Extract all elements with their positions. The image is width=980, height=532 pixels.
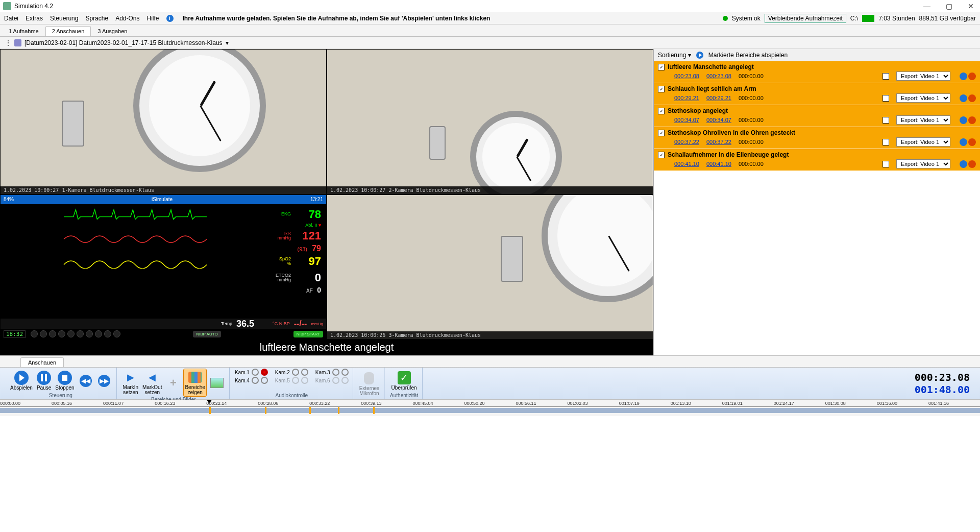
monitor-btn[interactable] [86,330,93,337]
marker-checkbox[interactable]: ✓ [658,86,665,92]
menu-addons[interactable]: Add-Ons [115,15,139,22]
monitor-btn[interactable] [31,330,38,337]
marker-export-checkbox[interactable] [883,161,889,167]
marker-checkbox[interactable]: ✓ [658,108,665,114]
breadcrumb-dropdown-icon[interactable]: ▾ [226,39,229,46]
monitor-btn[interactable] [113,330,120,337]
marker-play-icon[interactable] [960,160,967,168]
picture-button[interactable] [209,375,225,391]
menu-sprache[interactable]: Sprache [85,15,108,22]
monitor-btn[interactable] [95,330,102,337]
seek-back-button[interactable]: ◀◀ [78,373,94,389]
cam4-toggle[interactable]: Kam.4 [235,377,268,384]
marker-export-select[interactable]: Export: Video 1 [896,159,950,168]
marker-export-checkbox[interactable] [883,73,889,80]
cam1-toggle[interactable]: Kam.1 [235,369,268,376]
monitor-btn[interactable] [67,330,75,337]
marker-delete-icon[interactable] [968,138,976,146]
marker-delete-icon[interactable] [968,160,976,168]
timeline-marker[interactable] [209,407,211,414]
marker-item[interactable]: ✓ Stethoskop Ohroliven in die Ohren gest… [654,127,980,149]
marker-play-icon[interactable] [960,94,967,102]
marker-item[interactable]: ✓ Schallaufnehmer in die Ellenbeuge gele… [654,149,980,171]
marker-play-icon[interactable] [960,72,967,80]
cam6-toggle[interactable]: Kam.6 [315,377,349,384]
marker-export-checkbox[interactable] [883,139,889,146]
marker-start-time[interactable]: 000:23.08 [674,73,699,79]
timeline-marker[interactable] [265,407,266,414]
marker-start-time[interactable]: 000:41.10 [674,161,699,167]
markout-button[interactable]: ◀MarkOut setzen [141,369,163,396]
monitor-btn[interactable] [58,330,65,337]
marker-start-time[interactable]: 000:29.21 [674,95,699,101]
marker-end-time[interactable]: 000:34.07 [706,117,731,123]
verify-button[interactable]: ✓Überprüfen [390,370,418,392]
tab-anschauen[interactable]: 2 Anschauen [45,26,91,36]
cam5-toggle[interactable]: Kam.5 [275,377,308,384]
video-panel-4[interactable]: 1.02.2023 10:00:26 3-Kamera Blutdruckmes… [327,195,653,340]
marker-item[interactable]: ✓ Schlauch liegt seitlich am Arm 000:29.… [654,83,980,105]
marker-start-time[interactable]: 000:34.07 [674,117,699,123]
play-marked-icon[interactable] [696,52,703,59]
cam2-toggle[interactable]: Kam.2 [275,369,308,376]
stop-button[interactable]: Stoppen [54,370,75,392]
marker-end-time[interactable]: 000:41.10 [706,161,731,167]
pause-button[interactable]: Pause [36,370,52,392]
menu-datei[interactable]: Datei [4,15,18,22]
marker-play-icon[interactable] [960,138,967,146]
markin-button[interactable]: ▶MarkIn setzen [122,369,140,396]
timeline-marker[interactable] [373,407,375,414]
timeline[interactable]: 000:00.00000:05.16000:11.07000:16.23000:… [0,400,980,416]
add-button[interactable]: + [165,375,181,391]
video-panel-3-monitor[interactable]: 84% iSimulate 13:21 EKG 78 Abl. II ♥ RRm… [0,195,327,340]
marker-export-select[interactable]: Export: Video 1 [896,137,950,147]
monitor-btn[interactable] [104,330,111,337]
marker-end-time[interactable]: 000:23.08 [706,73,731,79]
marker-delete-icon[interactable] [968,94,976,102]
monitor-btn[interactable] [77,330,84,337]
bottom-tab-anschauen[interactable]: Anschauen [20,357,64,367]
marker-checkbox[interactable]: ✓ [658,64,665,70]
marker-export-checkbox[interactable] [883,95,889,102]
marker-export-select[interactable]: Export: Video 1 [896,93,950,103]
marker-checkbox[interactable]: ✓ [658,152,665,158]
monitor-btn[interactable] [49,330,56,337]
marker-delete-icon[interactable] [968,116,976,124]
marker-end-time[interactable]: 000:37.22 [706,139,731,145]
nibp-start-button[interactable]: NIBP START [293,331,323,337]
sort-dropdown[interactable]: Sortierung ▾ [658,52,691,59]
play-button[interactable]: Abspielen [9,370,34,392]
monitor-btn[interactable] [40,330,47,337]
marker-item[interactable]: ✓ luftleere Manschette angelegt 000:23.0… [654,61,980,83]
marker-delete-icon[interactable] [968,72,976,80]
window-maximize[interactable]: ▢ [943,2,955,10]
timeline-marker[interactable] [338,407,339,414]
group-control-label: Steuerung [49,393,72,398]
nibp-auto-button[interactable]: NIBP AUTO [193,331,220,337]
video-panel-2[interactable]: 1.02.2023 10:00:27 2-Kamera Blutdruckmes… [327,49,653,195]
marker-export-checkbox[interactable] [883,117,889,124]
play-marked-label[interactable]: Markierte Bereiche abspielen [708,52,788,59]
marker-checkbox[interactable]: ✓ [658,130,665,136]
timeline-marker[interactable] [309,407,311,414]
breadcrumb-text[interactable]: [Datum2023-02-01] Datum2023-02-01_17-17-… [24,39,223,46]
menu-steuerung[interactable]: Steuerung [50,15,78,22]
menu-extras[interactable]: Extras [26,15,43,22]
ext-mic-button[interactable]: Externes Mikrofon [358,370,380,397]
marker-end-time[interactable]: 000:29.21 [706,95,731,101]
marker-export-select[interactable]: Export: Video 1 [896,71,950,81]
marker-item[interactable]: ✓ Stethoskop angelegt 000:34.07 000:34.0… [654,105,980,127]
marker-start-time[interactable]: 000:37.22 [674,139,699,145]
video-panel-1[interactable]: 1.02.2023 10:00:27 1-Kamera Blutdruckmes… [0,49,327,195]
marker-export-select[interactable]: Export: Video 1 [896,115,950,125]
window-minimize[interactable]: — [920,2,934,10]
areas-button[interactable]: Bereiche zeigen [183,369,206,397]
seek-fwd-button[interactable]: ▶▶ [96,373,112,389]
marker-play-icon[interactable] [960,116,967,124]
tab-aufnahme[interactable]: 1 Aufnahme [2,26,45,36]
timeline-tick: 000:05.16 [52,401,72,406]
menu-hilfe[interactable]: Hilfe [146,15,159,22]
tab-ausgaben[interactable]: 3 Ausgaben [91,26,134,36]
cam3-toggle[interactable]: Kam.3 [315,369,349,376]
window-close[interactable]: ✕ [965,2,977,10]
